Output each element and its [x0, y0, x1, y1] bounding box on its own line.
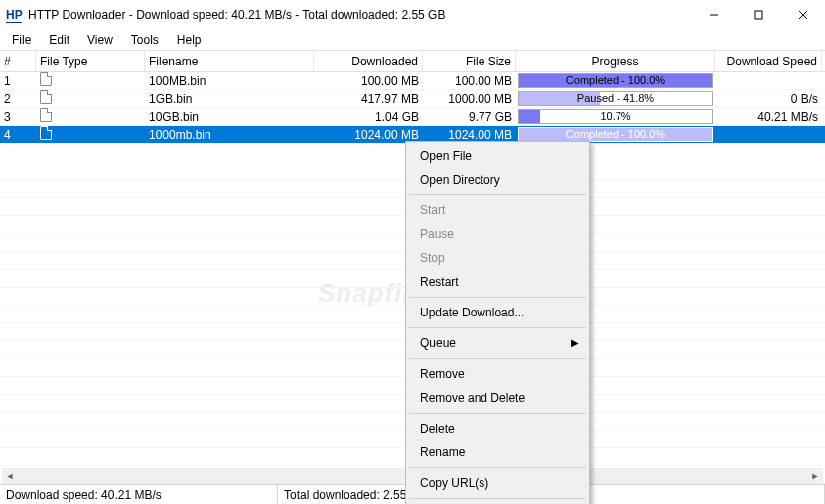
cell-progress: Completed - 100.0%: [516, 73, 715, 88]
context-separator: [409, 413, 586, 414]
cell-progress: Paused - 41.8%: [516, 91, 715, 106]
cell-size: 9.77 GB: [423, 110, 516, 124]
menu-tools[interactable]: Tools: [123, 31, 167, 49]
file-icon: [40, 90, 52, 104]
col-header-num[interactable]: #: [0, 51, 36, 71]
window-controls: [691, 0, 825, 30]
menu-help[interactable]: Help: [169, 31, 209, 49]
file-icon: [40, 72, 52, 86]
table-row[interactable]: 310GB.bin1.04 GB9.77 GB10.7%40.21 MB/s: [0, 108, 825, 126]
svg-rect-1: [755, 11, 762, 19]
cell-downloaded: 417.97 MB: [314, 92, 423, 106]
progress-bar: Paused - 41.8%: [518, 91, 713, 106]
context-separator: [409, 467, 586, 468]
context-separator: [409, 498, 586, 499]
cell-num: 4: [0, 128, 36, 142]
col-header-downloaded[interactable]: Downloaded: [314, 51, 423, 71]
table-row[interactable]: 21GB.bin417.97 MB1000.00 MBPaused - 41.8…: [0, 90, 825, 108]
context-item-remove-and-delete[interactable]: Remove and Delete: [408, 386, 587, 410]
context-menu: Open FileOpen DirectoryStartPauseStopRes…: [405, 141, 590, 504]
context-item-pause: Pause: [408, 222, 587, 246]
close-button[interactable]: [780, 0, 825, 30]
cell-num: 2: [0, 92, 36, 106]
title-bar: HP HTTP Downloader - Download speed: 40.…: [0, 0, 825, 30]
menu-bar: File Edit View Tools Help: [0, 30, 825, 50]
cell-filename: 10GB.bin: [145, 110, 314, 124]
col-header-speed[interactable]: Download Speed: [715, 51, 822, 71]
download-table: # File Type Filename Downloaded File Siz…: [0, 50, 825, 144]
context-item-update-download[interactable]: Update Download...: [408, 301, 587, 324]
cell-num: 1: [0, 74, 36, 88]
cell-filename: 1GB.bin: [145, 92, 314, 106]
col-header-filetype[interactable]: File Type: [36, 51, 145, 71]
minimize-button[interactable]: [691, 0, 736, 30]
col-header-filesize[interactable]: File Size: [423, 51, 516, 71]
progress-label: Completed - 100.0%: [519, 74, 712, 87]
context-item-remove[interactable]: Remove: [408, 362, 587, 386]
file-icon: [40, 126, 52, 140]
context-separator: [409, 327, 586, 328]
cell-filename: 100MB.bin: [145, 74, 314, 88]
menu-view[interactable]: View: [79, 31, 121, 49]
window-title: HTTP Downloader - Download speed: 40.21 …: [28, 8, 445, 22]
context-item-rename[interactable]: Rename: [408, 441, 587, 464]
cell-filetype: [36, 90, 145, 107]
cell-filetype: [36, 72, 145, 89]
cell-num: 3: [0, 110, 36, 124]
status-speed: Download speed: 40.21 MB/s: [0, 485, 278, 504]
cell-downloaded: 1.04 GB: [314, 110, 423, 124]
app-icon: HP: [6, 7, 22, 23]
context-item-copy-url-s[interactable]: Copy URL(s): [408, 471, 587, 495]
maximize-button[interactable]: [736, 0, 780, 30]
progress-bar: Completed - 100.0%: [518, 73, 713, 88]
menu-file[interactable]: File: [4, 31, 39, 49]
file-icon: [40, 108, 52, 122]
cell-filetype: [36, 108, 145, 125]
menu-edit[interactable]: Edit: [41, 31, 77, 49]
context-item-stop: Stop: [408, 246, 587, 270]
context-item-restart[interactable]: Restart: [408, 270, 587, 294]
cell-size: 1024.00 MB: [423, 128, 516, 142]
cell-progress: 10.7%: [516, 109, 715, 124]
cell-downloaded: 1024.00 MB: [314, 128, 423, 142]
table-row[interactable]: 1100MB.bin100.00 MB100.00 MBCompleted - …: [0, 72, 825, 90]
cell-filetype: [36, 126, 145, 143]
context-item-queue[interactable]: Queue▶: [408, 331, 587, 355]
cell-speed: 40.21 MB/s: [715, 110, 822, 124]
progress-label: 10.7%: [519, 110, 712, 123]
scroll-left-button[interactable]: ◄: [2, 468, 18, 484]
cell-progress: Completed - 100.0%: [516, 127, 715, 142]
progress-label: Paused - 41.8%: [519, 92, 712, 105]
cell-speed: 0 B/s: [715, 92, 822, 106]
context-separator: [409, 358, 586, 359]
progress-label: Completed - 100.0%: [519, 128, 712, 141]
context-separator: [409, 194, 586, 195]
cell-downloaded: 100.00 MB: [314, 74, 423, 88]
scroll-right-button[interactable]: ►: [807, 468, 823, 484]
progress-bar: 10.7%: [518, 109, 713, 124]
context-item-delete[interactable]: Delete: [408, 417, 587, 441]
context-item-open-directory[interactable]: Open Directory: [408, 168, 587, 191]
context-item-start: Start: [408, 198, 587, 222]
context-item-open-file[interactable]: Open File: [408, 144, 587, 168]
col-header-progress[interactable]: Progress: [516, 51, 715, 71]
chevron-right-icon: ▶: [571, 337, 579, 348]
table-header: # File Type Filename Downloaded File Siz…: [0, 51, 825, 72]
progress-bar: Completed - 100.0%: [518, 127, 713, 142]
context-separator: [409, 297, 586, 298]
col-header-filename[interactable]: Filename: [145, 51, 314, 71]
cell-size: 100.00 MB: [423, 74, 516, 88]
cell-filename: 1000mb.bin: [145, 128, 314, 142]
cell-size: 1000.00 MB: [423, 92, 516, 106]
